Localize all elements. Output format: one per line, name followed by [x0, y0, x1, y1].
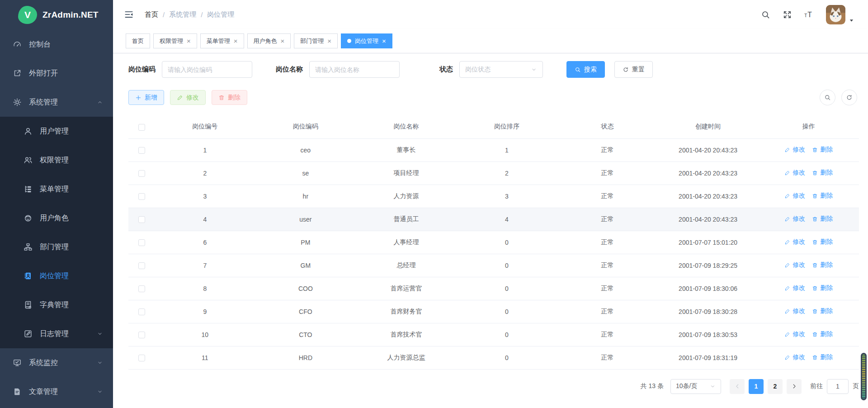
actions-cell: 修改删除: [758, 254, 859, 277]
row-checkbox[interactable]: [138, 332, 145, 338]
tab-dept[interactable]: 部门管理×: [294, 33, 338, 48]
delete-link[interactable]: 删除: [812, 330, 833, 338]
row-checkbox[interactable]: [138, 193, 145, 200]
search-button[interactable]: 搜索: [566, 61, 605, 78]
table-row[interactable]: 7GM总经理0正常2001-07-09 18:29:25修改删除: [128, 254, 859, 277]
row-checkbox[interactable]: [138, 216, 145, 223]
delete-link[interactable]: 删除: [812, 192, 833, 200]
table-row[interactable]: 1ceo董事长1正常2001-04-20 20:43:23修改删除: [128, 138, 859, 161]
page-size-select[interactable]: 10条/页: [670, 379, 721, 394]
add-button[interactable]: 新增: [128, 90, 164, 105]
table-cell: 4: [155, 208, 255, 231]
edit-icon: [784, 285, 790, 291]
user-menu[interactable]: [826, 5, 854, 24]
edit-link[interactable]: 修改: [784, 146, 805, 154]
delete-button-label: 删除: [228, 94, 241, 102]
select-all-checkbox[interactable]: [138, 124, 145, 131]
row-checkbox[interactable]: [138, 147, 145, 154]
table-row[interactable]: 2se项目经理2正常2001-04-20 20:43:23修改删除: [128, 161, 859, 185]
sidebar-item-dashboard[interactable]: 控制台: [0, 30, 113, 59]
table-row[interactable]: 4user普通员工4正常2001-04-20 20:43:23修改删除: [128, 208, 859, 231]
close-icon[interactable]: ×: [281, 38, 285, 44]
sidebar-item-menu-admin[interactable]: 菜单管理: [0, 175, 113, 204]
edit-button[interactable]: 修改: [170, 90, 206, 105]
edit-link[interactable]: 修改: [784, 215, 805, 223]
row-checkbox[interactable]: [138, 308, 145, 315]
delete-link[interactable]: 删除: [812, 169, 833, 177]
row-checkbox[interactable]: [138, 355, 145, 361]
scrollbar-indicator[interactable]: [861, 353, 867, 400]
sidebar-item-dept-admin[interactable]: 部门管理: [0, 232, 113, 261]
page-button-2[interactable]: 2: [768, 379, 783, 394]
prev-page-button[interactable]: [730, 379, 745, 394]
sidebar-item-post-admin[interactable]: 岗位管理: [0, 261, 113, 290]
sidebar-item-system-admin[interactable]: 系统管理: [0, 88, 113, 117]
user-avatar[interactable]: [826, 5, 845, 24]
breadcrumb-item[interactable]: 系统管理: [169, 10, 196, 19]
delete-button[interactable]: 删除: [212, 90, 247, 105]
delete-link[interactable]: 删除: [812, 146, 833, 154]
row-checkbox[interactable]: [138, 285, 145, 292]
status-select[interactable]: 岗位状态: [459, 61, 543, 78]
row-checkbox[interactable]: [138, 239, 145, 246]
post-code-input[interactable]: [162, 61, 252, 78]
edit-link[interactable]: 修改: [784, 353, 805, 361]
close-icon[interactable]: ×: [382, 38, 386, 44]
toggle-search-button[interactable]: [820, 90, 835, 105]
edit-icon: [784, 355, 790, 361]
edit-link[interactable]: 修改: [784, 307, 805, 315]
sidebar-item-system-monitor[interactable]: 系统监控: [0, 348, 113, 377]
tab-perm[interactable]: 权限管理×: [153, 33, 197, 48]
row-checkbox[interactable]: [138, 170, 145, 177]
delete-link[interactable]: 删除: [812, 215, 833, 223]
fullscreen-icon[interactable]: [783, 10, 792, 19]
table-row[interactable]: 9CFO首席财务官0正常2001-07-09 18:30:28修改删除: [128, 300, 859, 323]
sidebar-item-perm-admin[interactable]: 权限管理: [0, 146, 113, 175]
sidebar-item-user-role[interactable]: 用户角色: [0, 204, 113, 232]
reset-button[interactable]: 重置: [614, 61, 653, 78]
table-cell: 0: [457, 346, 557, 369]
close-icon[interactable]: ×: [234, 38, 238, 44]
table-row[interactable]: 8COO首席运营官0正常2001-07-09 18:30:06修改删除: [128, 277, 859, 300]
edit-link[interactable]: 修改: [784, 238, 805, 246]
tab-menu[interactable]: 菜单管理×: [200, 33, 244, 48]
column-header: 岗位编码: [255, 115, 356, 138]
edit-button-label: 修改: [186, 94, 199, 102]
menu-fold-icon[interactable]: [124, 9, 134, 19]
header-search-icon[interactable]: [761, 10, 770, 19]
refresh-table-button[interactable]: [841, 90, 857, 105]
table-row[interactable]: 11HRD人力资源总监0正常2001-07-09 18:31:19修改删除: [128, 346, 859, 369]
delete-link[interactable]: 删除: [812, 261, 833, 269]
edit-link[interactable]: 修改: [784, 330, 805, 338]
delete-link[interactable]: 删除: [812, 353, 833, 361]
delete-link[interactable]: 删除: [812, 284, 833, 292]
delete-link[interactable]: 删除: [812, 238, 833, 246]
sidebar-item-article-admin[interactable]: 文章管理: [0, 377, 113, 406]
goto-page-input[interactable]: [827, 379, 849, 394]
font-size-icon[interactable]: TT: [804, 10, 814, 19]
next-page-button[interactable]: [787, 379, 802, 394]
sidebar-item-dict-admin[interactable]: 字典管理: [0, 290, 113, 319]
page-button-1[interactable]: 1: [749, 379, 764, 394]
sidebar-item-log-admin[interactable]: 日志管理: [0, 319, 113, 348]
edit-link[interactable]: 修改: [784, 261, 805, 269]
close-icon[interactable]: ×: [327, 38, 331, 44]
post-name-input[interactable]: [309, 61, 400, 78]
delete-link[interactable]: 删除: [812, 307, 833, 315]
breadcrumb-item[interactable]: 首页: [145, 10, 158, 19]
edit-link[interactable]: 修改: [784, 284, 805, 292]
tab-role[interactable]: 用户角色×: [247, 33, 291, 48]
table-row[interactable]: 3hr人力资源3正常2001-04-20 20:43:23修改删除: [128, 185, 859, 208]
sidebar-item-external-open[interactable]: 外部打开: [0, 59, 113, 88]
row-checkbox[interactable]: [138, 262, 145, 269]
tab-post[interactable]: 岗位管理×: [341, 33, 392, 48]
edit-link[interactable]: 修改: [784, 192, 805, 200]
edit-link[interactable]: 修改: [784, 169, 805, 177]
table-row[interactable]: 10CTO首席技术官0正常2001-07-09 18:30:53修改删除: [128, 323, 859, 346]
breadcrumb-item[interactable]: 岗位管理: [207, 10, 234, 19]
table-row[interactable]: 6PM人事经理0正常2001-07-07 15:01:20修改删除: [128, 231, 859, 254]
sidebar-item-user-admin[interactable]: 用户管理: [0, 117, 113, 146]
tab-home[interactable]: 首页: [126, 33, 150, 48]
table-cell: 董事长: [356, 138, 457, 161]
close-icon[interactable]: ×: [187, 38, 191, 44]
